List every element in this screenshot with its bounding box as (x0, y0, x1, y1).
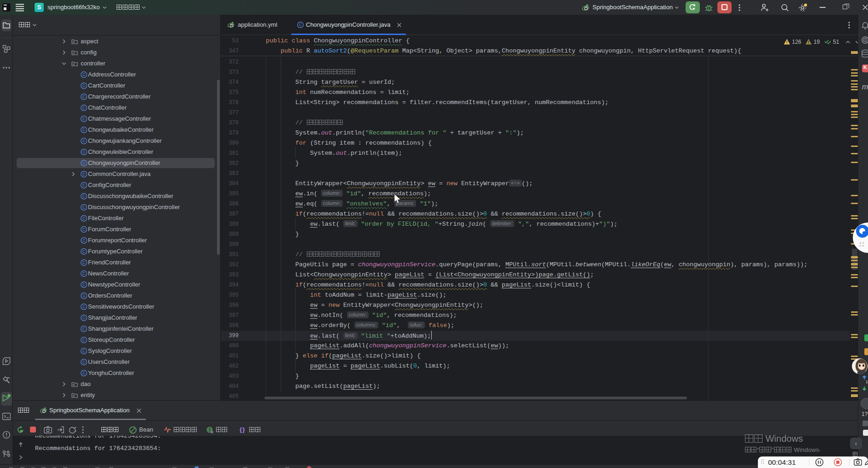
svg-text:C: C (82, 338, 86, 342)
svg-text:C: C (82, 316, 86, 320)
svg-text:C: C (82, 128, 86, 132)
svg-text:C: C (82, 349, 86, 353)
svg-text:C: C (82, 117, 86, 121)
svg-text:C: C (82, 227, 86, 232)
svg-text:C: C (82, 216, 86, 221)
svg-text:C: C (82, 293, 86, 298)
svg-text:C: C (82, 83, 86, 88)
svg-text:C: C (82, 172, 86, 176)
svg-text:C: C (82, 249, 86, 254)
svg-text:C: C (82, 139, 86, 143)
svg-text:C: C (82, 150, 86, 154)
svg-text:C: C (82, 161, 86, 165)
svg-text:C: C (82, 205, 86, 210)
svg-text:C: C (82, 238, 86, 243)
svg-text:C: C (82, 94, 86, 99)
svg-text:C: C (82, 183, 86, 187)
svg-text:C: C (82, 271, 86, 276)
svg-text:C: C (82, 105, 86, 110)
svg-text:C: C (82, 327, 86, 331)
svg-text:C: C (82, 360, 86, 364)
svg-text:C: C (299, 23, 302, 27)
svg-text:C: C (82, 72, 86, 77)
svg-text:C: C (82, 260, 86, 265)
svg-text:C: C (82, 304, 86, 309)
svg-text:C: C (82, 371, 86, 375)
svg-text:C: C (82, 282, 86, 287)
svg-text:C: C (82, 194, 86, 199)
